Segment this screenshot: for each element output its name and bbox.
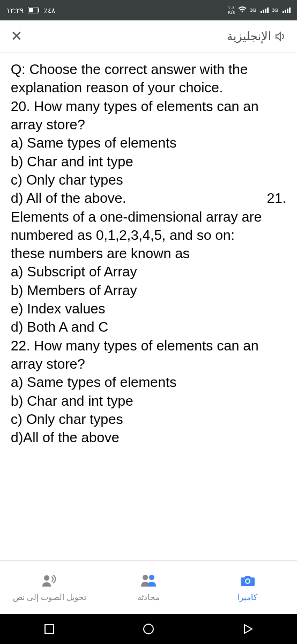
q21-option-e: e) Index values	[11, 299, 286, 318]
speaker-icon	[274, 31, 286, 42]
svg-point-7	[246, 580, 249, 583]
status-right: ١.٤ K/s 3G 3G	[228, 5, 291, 15]
signal-1-icon	[261, 8, 269, 13]
q22-option-a: a) Same types of elements	[11, 373, 286, 391]
q20-option-d: d) All of the above.	[11, 189, 126, 207]
tab-camera[interactable]: كاميرا	[198, 561, 297, 614]
q21-line1: Elements of a one-dimensional array are …	[11, 208, 286, 245]
q22-option-d: d)All of the above	[11, 428, 286, 447]
q21-option-d: d) Both A and C	[11, 318, 286, 336]
signal-2-label: 3G	[272, 8, 278, 13]
svg-rect-2	[29, 8, 33, 12]
system-nav	[0, 614, 297, 644]
svg-rect-8	[45, 625, 54, 633]
status-left: ١٢:٢٩ ٪٤٨	[6, 6, 55, 14]
signal-2-icon	[283, 8, 291, 13]
nav-recent-button[interactable]	[42, 621, 57, 636]
q21-option-a: a) Subscript of Array	[11, 262, 286, 281]
nav-back-button[interactable]	[240, 621, 255, 636]
q20d-q21num-row: d) All of the above. 21.	[11, 189, 286, 207]
svg-rect-1	[38, 9, 39, 12]
q21-option-b: b) Members of Array	[11, 281, 286, 299]
q22-option-b: b) Char and int type	[11, 392, 286, 410]
chat-icon	[140, 573, 157, 588]
camera-icon	[240, 573, 256, 588]
svg-point-9	[144, 624, 153, 634]
q20-option-c: c) Only char types	[11, 171, 286, 189]
net-speed: ١.٤ K/s	[228, 5, 235, 15]
signal-1-label: 3G	[250, 8, 256, 13]
question-intro: Q: Choose the correct answer with the ex…	[11, 60, 286, 97]
close-button[interactable]: ✕	[11, 28, 23, 45]
wifi-icon	[238, 6, 247, 14]
tab-voice-label: تحويل الصوت إلى نص	[13, 592, 87, 602]
svg-point-4	[143, 575, 148, 580]
tab-camera-label: كاميرا	[237, 592, 257, 602]
status-time: ١٢:٢٩	[6, 6, 24, 14]
tab-chat[interactable]: محادثة	[99, 561, 198, 614]
language-text: الإنجليزية	[227, 30, 271, 43]
battery-percent: ٪٤٨	[44, 6, 55, 14]
bottom-tabs: تحويل الصوت إلى نص محادثة كاميرا	[0, 560, 297, 614]
q21-number: 21.	[267, 189, 286, 207]
app-header: ✕ الإنجليزية	[0, 20, 297, 53]
q21-line2: these numbers are known as	[11, 244, 286, 262]
voice-icon	[41, 573, 57, 588]
q22: 22. How many types of elements can an ar…	[11, 336, 286, 374]
q22-option-c: c) Only char types	[11, 410, 286, 428]
svg-point-5	[149, 575, 154, 580]
q20-option-a: a) Same types of elements	[11, 134, 286, 152]
language-selector[interactable]: الإنجليزية	[227, 30, 286, 43]
main-content: Q: Choose the correct answer with the ex…	[0, 53, 297, 560]
tab-voice[interactable]: تحويل الصوت إلى نص	[0, 561, 99, 614]
battery-icon	[28, 7, 40, 13]
q20-option-b: b) Char and int type	[11, 152, 286, 171]
svg-point-3	[44, 575, 49, 581]
q20: 20. How many types of elements can an ar…	[11, 97, 286, 134]
status-bar: ١٢:٢٩ ٪٤٨ ١.٤ K/s 3G 3G	[0, 0, 297, 20]
tab-chat-label: محادثة	[137, 592, 160, 602]
nav-home-button[interactable]	[141, 621, 156, 636]
